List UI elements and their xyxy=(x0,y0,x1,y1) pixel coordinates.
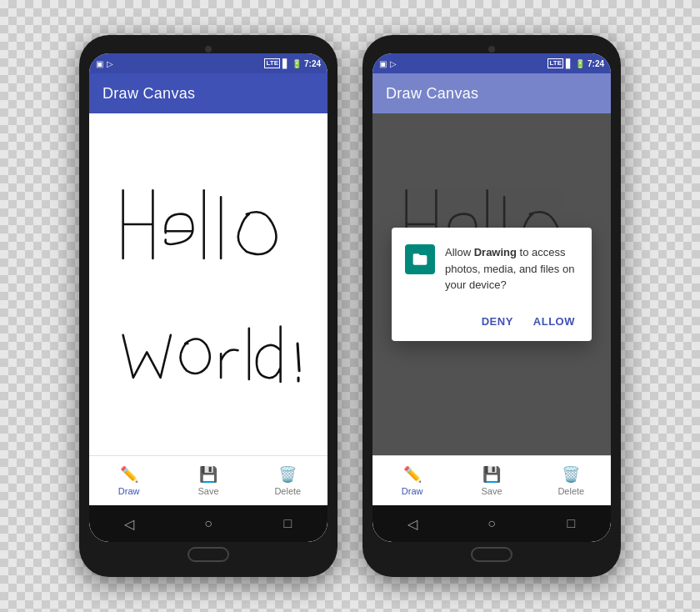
nav-draw-right[interactable]: ✏️ Draw xyxy=(372,465,452,496)
app-bar-right: Draw Canvas xyxy=(372,73,611,113)
nav-draw-label-right: Draw xyxy=(402,486,423,496)
status-right-right: LTE ▋ 🔋 7:24 xyxy=(548,58,604,68)
cast-icon-right: ▷ xyxy=(390,59,397,68)
camera-left xyxy=(205,46,212,53)
phone-bottom-left xyxy=(89,542,328,567)
android-nav-right: ◁ ○ □ xyxy=(372,505,611,542)
home-btn-left[interactable]: ○ xyxy=(197,512,220,535)
save-icon-right: 💾 xyxy=(482,465,501,484)
nav-save-label-left: Save xyxy=(198,486,218,496)
draw-icon-right: ✏️ xyxy=(403,465,422,484)
nav-draw-label-left: Draw xyxy=(118,486,140,496)
delete-icon-left: 🗑️ xyxy=(278,465,297,484)
bottom-nav-left: ✏️ Draw 💾 Save 🗑️ Delete xyxy=(89,455,328,505)
allow-button[interactable]: ALLOW xyxy=(530,310,578,333)
phone-screen-left: ▣ ▷ LTE ▋ 🔋 7:24 Draw Canvas xyxy=(89,53,328,542)
handwriting-svg-left xyxy=(98,130,328,455)
app-title-left: Draw Canvas xyxy=(102,85,195,103)
scene: ▣ ▷ LTE ▋ 🔋 7:24 Draw Canvas xyxy=(0,0,700,612)
dialog-buttons: DENY ALLOW xyxy=(405,307,578,333)
time-right: 7:24 xyxy=(588,59,604,68)
status-icons-right: ▣ ▷ xyxy=(379,59,397,68)
nav-draw-left[interactable]: ✏️ Draw xyxy=(89,465,168,496)
nav-delete-left[interactable]: 🗑️ Delete xyxy=(248,465,328,496)
bottom-nav-right: ✏️ Draw 💾 Save 🗑️ Delete xyxy=(372,455,611,505)
nav-save-right[interactable]: 💾 Save xyxy=(452,465,531,496)
dialog-app-name: Drawing xyxy=(474,246,517,258)
signal-bars-left: ▋ xyxy=(282,59,289,68)
sim-icon-left: ▣ xyxy=(96,59,103,68)
phone-screen-right: ▣ ▷ LTE ▋ 🔋 7:24 Draw Canvas xyxy=(372,53,611,542)
phone-left: ▣ ▷ LTE ▋ 🔋 7:24 Draw Canvas xyxy=(79,35,338,577)
folder-icon xyxy=(412,251,428,268)
android-nav-left: ◁ ○ □ xyxy=(89,505,328,542)
nav-save-left[interactable]: 💾 Save xyxy=(168,465,248,496)
time-left: 7:24 xyxy=(304,59,321,68)
phone-top-left xyxy=(89,45,328,53)
phone-right: ▣ ▷ LTE ▋ 🔋 7:24 Draw Canvas xyxy=(362,35,621,577)
save-icon-left: 💾 xyxy=(199,465,218,484)
phone-bottom-right xyxy=(372,542,611,567)
home-physical-left xyxy=(188,547,229,562)
nav-save-label-right: Save xyxy=(481,486,502,496)
phone-top-right xyxy=(372,45,611,53)
canvas-left[interactable] xyxy=(89,113,328,455)
deny-button[interactable]: DENY xyxy=(478,310,517,333)
nav-delete-label-right: Delete xyxy=(558,486,584,496)
status-bar-right: ▣ ▷ LTE ▋ 🔋 7:24 xyxy=(372,53,611,73)
dialog-content: Allow Drawing to access photos, media, a… xyxy=(405,244,578,293)
delete-icon-right: 🗑️ xyxy=(562,465,580,484)
draw-icon-left: ✏️ xyxy=(120,465,138,484)
recents-btn-right[interactable]: □ xyxy=(559,512,582,535)
nav-delete-label-left: Delete xyxy=(274,486,301,496)
home-btn-right[interactable]: ○ xyxy=(480,512,503,535)
status-icons-left: ▣ ▷ xyxy=(96,59,113,68)
dialog-message: Allow Drawing to access photos, media, a… xyxy=(445,244,578,293)
permission-dialog: Allow Drawing to access photos, media, a… xyxy=(392,228,592,341)
home-physical-right xyxy=(471,547,512,562)
app-bar-left: Draw Canvas xyxy=(89,73,328,113)
sim-icon-right: ▣ xyxy=(379,59,387,68)
lte-badge-right: LTE xyxy=(548,58,563,68)
app-title-right: Draw Canvas xyxy=(386,85,478,103)
status-right-left: LTE ▋ 🔋 7:24 xyxy=(264,58,321,68)
recents-btn-left[interactable]: □ xyxy=(276,512,299,535)
dialog-overlay: Allow Drawing to access photos, media, a… xyxy=(372,113,611,455)
back-btn-left[interactable]: ◁ xyxy=(118,512,141,535)
nav-delete-right[interactable]: 🗑️ Delete xyxy=(532,465,611,496)
canvas-right: Allow Drawing to access photos, media, a… xyxy=(372,113,611,455)
battery-right: 🔋 xyxy=(575,59,585,68)
signal-bars-right: ▋ xyxy=(566,59,572,68)
status-bar-left: ▣ ▷ LTE ▋ 🔋 7:24 xyxy=(89,53,328,73)
cast-icon-left: ▷ xyxy=(107,59,113,68)
battery-left: 🔋 xyxy=(292,59,302,68)
dialog-app-icon xyxy=(405,244,435,274)
back-btn-right[interactable]: ◁ xyxy=(401,512,424,535)
camera-right xyxy=(488,46,495,53)
lte-badge-left: LTE xyxy=(264,58,280,68)
